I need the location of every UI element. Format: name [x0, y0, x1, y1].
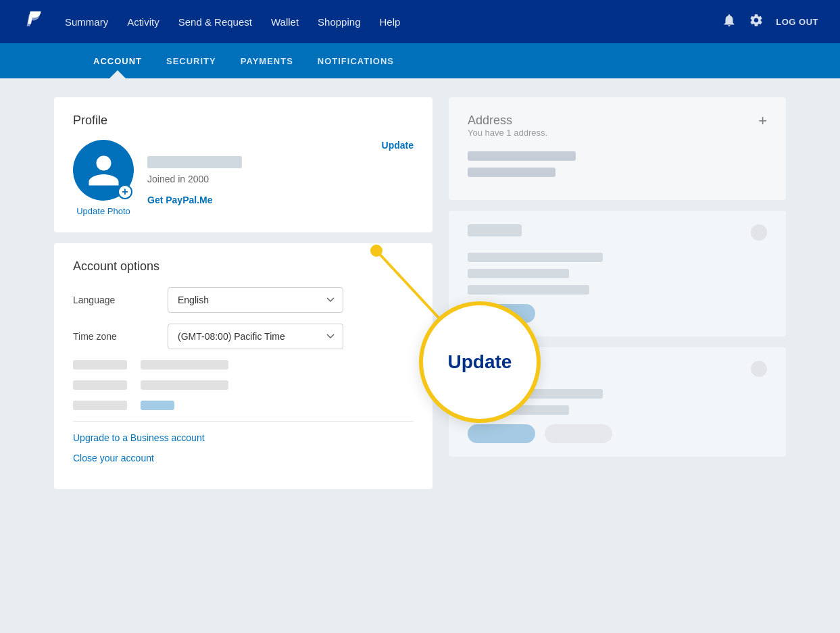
profile-details: Update Joined in 2000 Get PayPal.Me [147, 140, 414, 206]
left-panel: Profile + Update Photo Update [54, 97, 433, 489]
rs1-value3 [468, 285, 589, 295]
address-count: You have 1 address. [468, 128, 547, 138]
rs2-label [468, 361, 522, 373]
timezone-label: Time zone [73, 331, 168, 342]
rs1-value2 [468, 269, 569, 278]
secondary-nav: ACCOUNT SECURITY PAYMENTS NOTIFICATIONS [0, 43, 840, 78]
update-photo-link[interactable]: Update Photo [76, 206, 130, 216]
right-panel: Address You have 1 address. + [449, 97, 786, 489]
rs2-btn [468, 424, 535, 443]
nav-help[interactable]: Help [379, 16, 400, 28]
rs2-icon [751, 361, 767, 377]
settings-gear-icon[interactable] [749, 13, 764, 30]
address-line-2 [468, 168, 555, 177]
rs1-label [468, 224, 522, 236]
timezone-row: Time zone (GMT-08:00) Pacific Time (GMT-… [73, 324, 414, 349]
language-row: Language English Spanish French [73, 287, 414, 313]
address-card-header: Address You have 1 address. + [468, 113, 767, 149]
profile-name-blur [147, 156, 242, 168]
tab-payments[interactable]: PAYMENTS [228, 43, 305, 78]
rs2-value2 [468, 405, 569, 415]
language-select[interactable]: English Spanish French [168, 287, 343, 313]
blurred-row-2 [73, 380, 414, 390]
avatar-add-icon[interactable]: + [118, 184, 132, 199]
profile-card: Profile + Update Photo Update [54, 97, 433, 232]
address-title: Address [468, 113, 547, 128]
rs2-btn2 [545, 424, 612, 443]
avatar-wrap: + Update Photo [73, 140, 134, 216]
rs1-value1 [468, 253, 603, 262]
nav-summary[interactable]: Summary [65, 16, 108, 28]
upgrade-business-link[interactable]: Upgrade to a Business account [73, 432, 414, 443]
blurred-row-3 [73, 401, 414, 410]
language-label: Language [73, 295, 168, 305]
tab-security[interactable]: SECURITY [154, 43, 228, 78]
nav-wallet[interactable]: Wallet [271, 16, 299, 28]
right-section-2 [449, 347, 786, 457]
nav-send-request[interactable]: Send & Request [178, 16, 252, 28]
account-options-card: Account options Language English Spanish… [54, 243, 433, 489]
address-heading-wrap: Address You have 1 address. [468, 113, 547, 149]
tab-account[interactable]: ACCOUNT [81, 43, 154, 78]
person-icon [85, 152, 122, 189]
address-line-1 [468, 151, 576, 161]
top-nav: Summary Activity Send & Request Wallet S… [0, 0, 840, 43]
profile-update-button[interactable]: Update [382, 140, 414, 151]
blurred-row-1 [73, 360, 414, 370]
close-account-link[interactable]: Close your account [73, 453, 414, 463]
profile-title: Profile [73, 113, 414, 128]
notifications-bell-icon[interactable] [722, 13, 737, 30]
main-content: Profile + Update Photo Update [0, 78, 840, 508]
rs1-btn [468, 304, 535, 323]
top-nav-links: Summary Activity Send & Request Wallet S… [65, 16, 722, 28]
rs2-value1 [468, 389, 603, 399]
tab-notifications[interactable]: NOTIFICATIONS [305, 43, 406, 78]
nav-shopping[interactable]: Shopping [318, 16, 360, 28]
profile-joined: Joined in 2000 [147, 174, 414, 184]
profile-info: + Update Photo Update Joined in 2000 Get… [73, 140, 414, 216]
paypal-logo[interactable] [22, 9, 46, 34]
timezone-select[interactable]: (GMT-08:00) Pacific Time (GMT-05:00) Eas… [168, 324, 343, 349]
get-paypalme-link[interactable]: Get PayPal.Me [147, 195, 213, 205]
address-card: Address You have 1 address. + [449, 97, 786, 200]
rs1-icon [751, 224, 767, 240]
logout-button[interactable]: LOG OUT [776, 17, 818, 27]
account-options-title: Account options [73, 259, 414, 274]
avatar: + [73, 140, 134, 201]
nav-activity[interactable]: Activity [127, 16, 159, 28]
add-address-icon[interactable]: + [758, 113, 767, 128]
right-section-1 [449, 211, 786, 336]
top-nav-right: LOG OUT [722, 13, 818, 30]
